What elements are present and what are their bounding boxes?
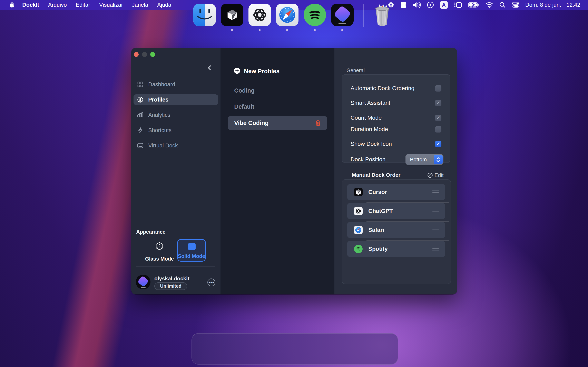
general-section-title: General: [346, 67, 365, 73]
running-indicator-spotify: [314, 29, 316, 31]
manual-dock-order-panel: Cursor ChatGPT Safari: [342, 179, 451, 284]
menu-arquivo[interactable]: Arquivo: [48, 2, 67, 8]
dashboard-grid-icon: [137, 82, 143, 87]
drag-handle-icon[interactable]: [432, 209, 439, 213]
sidebar-item-profiles[interactable]: Profiles: [134, 94, 218, 105]
collapse-sidebar-chevron-icon[interactable]: [206, 64, 213, 72]
delete-profile-trash-icon[interactable]: [315, 119, 321, 127]
dock-position-dropdown[interactable]: Bottom: [406, 154, 443, 165]
edit-disabled-slash-icon: [427, 173, 433, 179]
menubar-clock[interactable]: Dom. 8 de jun. 12:42: [525, 2, 580, 8]
glass-mode-label: Glass Mode: [143, 256, 176, 262]
running-indicator-dockit: [341, 29, 343, 31]
sidebar-item-label: Dashboard: [148, 81, 175, 88]
menu-ajuda[interactable]: Ajuda: [157, 2, 171, 8]
spotify-app-icon: [354, 245, 363, 253]
input-source-a-icon[interactable]: A: [440, 0, 448, 10]
menu-app-name[interactable]: DockIt: [22, 2, 39, 8]
account-options-button[interactable]: •••: [208, 278, 215, 286]
stacked-windows-icon[interactable]: [400, 0, 406, 10]
sidebar-item-dashboard[interactable]: Dashboard: [134, 79, 218, 90]
cursor-app-icon: [354, 188, 363, 196]
play-circle-icon[interactable]: [427, 0, 434, 10]
dock-order-row-spotify[interactable]: Spotify: [347, 241, 445, 257]
wifi-icon[interactable]: [485, 0, 493, 10]
close-button[interactable]: [134, 52, 139, 57]
running-indicator-cursor: [231, 29, 233, 31]
setting-label: Smart Assistant: [351, 100, 390, 106]
profile-item-default[interactable]: Default: [234, 103, 254, 110]
setting-label: Duration Mode: [351, 126, 388, 133]
window-manager-icon[interactable]: [454, 0, 462, 10]
control-center-icon[interactable]: [512, 0, 519, 10]
account-name: olyskal.dockit: [154, 275, 190, 282]
volume-icon[interactable]: [413, 0, 421, 10]
dock-finder-icon[interactable]: [193, 4, 216, 26]
dock: [191, 333, 398, 365]
dock-chatgpt-icon[interactable]: [249, 4, 271, 26]
setting-row-duration-mode: Duration Mode: [351, 126, 444, 133]
menu-editar[interactable]: Editar: [76, 2, 90, 8]
checkbox-automatic-dock-ordering[interactable]: [435, 85, 441, 92]
row-divider: [366, 240, 449, 241]
menu-visualizar[interactable]: Visualizar: [99, 2, 123, 8]
setting-label: Show Dock Icon: [351, 141, 392, 147]
glass-cube-icon: [155, 242, 164, 251]
drag-handle-icon[interactable]: [432, 228, 439, 233]
analytics-bars-icon: [137, 112, 143, 118]
dropdown-chevrons-icon: [434, 155, 443, 164]
drag-handle-icon[interactable]: [432, 190, 439, 194]
edit-dock-order-button[interactable]: Edit: [434, 172, 444, 178]
manual-dock-order-title: Manual Dock Order: [352, 172, 400, 178]
dock-order-row-chatgpt[interactable]: ChatGPT: [347, 203, 445, 219]
checkbox-smart-assistant[interactable]: ✓: [435, 100, 441, 106]
new-profiles-button[interactable]: New Profiles: [234, 67, 279, 75]
clock-time: 12:42: [566, 2, 580, 8]
sidebar-item-virtual-dock[interactable]: Virtual Dock: [134, 140, 218, 151]
setting-row-count-mode: Count Mode: [351, 115, 444, 121]
dock-spotify-icon[interactable]: [303, 4, 326, 26]
minimize-button[interactable]: [142, 52, 147, 57]
dock-dockit-icon[interactable]: [331, 4, 354, 26]
spotlight-search-icon[interactable]: [499, 0, 506, 10]
menu-janela[interactable]: Janela: [132, 2, 148, 8]
dock-trash-icon[interactable]: [370, 4, 394, 26]
dock-separator: [363, 4, 364, 27]
setting-row-smart-assistant: Smart Assistant: [351, 100, 444, 106]
setting-row-automatic-dock-ordering: Automatic Dock Ordering: [351, 85, 444, 92]
setting-row-show-dock-icon: Show Dock Icon: [351, 141, 444, 147]
sidebar-item-label: Shortcuts: [148, 127, 172, 133]
apple-menu-icon[interactable]: [9, 0, 14, 10]
appearance-title: Appearance: [136, 229, 165, 235]
profile-item-vibe-coding[interactable]: Vibe Coding: [228, 116, 327, 130]
row-divider: [366, 221, 449, 222]
dock-order-label: Safari: [368, 227, 426, 233]
checkbox-count-mode[interactable]: ✓: [435, 115, 441, 121]
dock-cursor-icon[interactable]: [221, 4, 243, 26]
virtual-dock-icon: [137, 143, 143, 148]
dock-order-row-cursor[interactable]: Cursor: [347, 184, 445, 200]
checkbox-duration-mode[interactable]: [435, 126, 441, 133]
zoom-button[interactable]: [150, 52, 155, 57]
plus-circle-icon: [234, 67, 240, 75]
sidebar: Dashboard Profiles Analytics Shortcuts V: [131, 48, 221, 294]
account-avatar[interactable]: [136, 275, 150, 289]
dock-safari-icon[interactable]: [276, 4, 298, 26]
dock-order-row-safari[interactable]: Safari: [347, 222, 445, 238]
profiles-column: New Profiles Coding Default Vibe Coding: [221, 48, 334, 294]
checkbox-show-dock-icon[interactable]: ✓: [435, 141, 441, 147]
dock-position-value: Bottom: [410, 156, 427, 163]
sidebar-item-label: Virtual Dock: [148, 142, 178, 149]
solid-mode-option[interactable]: Solid Mode: [177, 239, 206, 262]
dock-order-label: ChatGPT: [368, 208, 426, 214]
drag-handle-icon[interactable]: [432, 247, 439, 251]
sidebar-item-shortcuts[interactable]: Shortcuts: [134, 125, 218, 136]
setting-label: Automatic Dock Ordering: [351, 85, 415, 92]
desktop: { "menubar": { "app_name": "DockIt", "me…: [0, 0, 588, 367]
profile-item-coding[interactable]: Coding: [234, 87, 255, 94]
profile-item-label: Vibe Coding: [234, 120, 269, 126]
sidebar-item-analytics[interactable]: Analytics: [134, 110, 218, 120]
battery-charging-icon[interactable]: [468, 0, 479, 10]
running-indicator-safari: [286, 29, 288, 31]
general-panel: Automatic Dock Ordering Smart Assistant …: [342, 74, 450, 163]
